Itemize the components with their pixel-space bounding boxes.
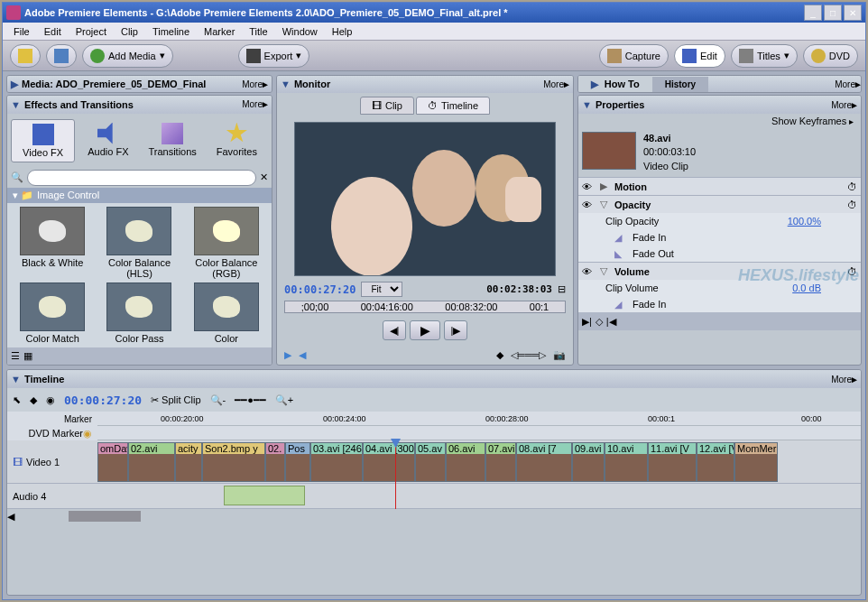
monitor-viewport[interactable] — [294, 122, 556, 276]
marker-icon[interactable]: ◆ — [496, 349, 503, 361]
fx-item[interactable]: Color Balance (HLS) — [97, 207, 180, 279]
minimize-button[interactable]: _ — [804, 5, 822, 21]
timeline-clip[interactable]: 04.avi [300% — [363, 442, 415, 482]
timeline-clip[interactable]: 09.avi — [572, 442, 605, 482]
collapse-icon[interactable]: ▼ — [582, 99, 592, 110]
zoom-fit-select[interactable]: Fit — [361, 282, 402, 297]
prev-kf-icon[interactable]: ▶| — [582, 316, 592, 328]
fx-cat-video[interactable]: Video FX — [11, 119, 75, 162]
menu-window[interactable]: Window — [275, 24, 325, 39]
eye-icon[interactable]: 👁 — [582, 266, 595, 277]
eye-icon[interactable]: 👁 — [582, 199, 595, 210]
howto-more-button[interactable]: More — [835, 79, 855, 89]
next-kf-icon[interactable]: |◀ — [606, 316, 616, 328]
split-clip-button[interactable]: ✂Split Clip — [151, 394, 200, 406]
scroll-left-icon[interactable]: ◀ — [7, 511, 14, 523]
timeline-clip[interactable]: 05.av — [415, 442, 446, 482]
dvd-button[interactable]: DVD — [803, 44, 858, 68]
add-media-button[interactable]: Add Media ▾ — [82, 44, 173, 68]
add-kf-icon[interactable]: ◇ — [596, 316, 603, 328]
menu-timeline[interactable]: Timeline — [145, 24, 197, 39]
fx-more-button[interactable]: More — [242, 99, 263, 109]
menu-clip[interactable]: Clip — [114, 24, 145, 39]
audio-track[interactable] — [97, 484, 861, 509]
audio-clip[interactable] — [224, 486, 305, 505]
collapse-icon[interactable]: ▼ — [11, 374, 21, 384]
prop-motion[interactable]: 👁▶ Motion ⏱ — [578, 177, 861, 195]
menu-file[interactable]: File — [6, 24, 37, 39]
edit-mode-button[interactable]: Edit — [674, 44, 725, 68]
timeline-clip[interactable]: 06.avi — [446, 442, 485, 482]
video-track-header[interactable]: 🎞 Video 1 — [7, 440, 97, 484]
media-panel-header[interactable]: ▶ Media: ADO_Premiere_05_DEMO_Final More… — [7, 76, 272, 92]
menu-marker[interactable]: Marker — [197, 24, 242, 39]
timeline-ruler[interactable]: 00:00:20:00 00:00:24:00 00:00:28:00 00:0… — [97, 412, 861, 440]
capture-button[interactable]: Capture — [599, 44, 669, 68]
timeline-clip[interactable]: 03.avi [246.2 — [310, 442, 363, 482]
video-track[interactable]: omDav02.aviacitySon2.bmp y02.Pos03.avi [… — [97, 440, 861, 484]
fade-in-button[interactable]: ◢Fade In — [578, 229, 861, 245]
selection-tool-icon[interactable]: ⬉ — [13, 394, 21, 406]
fx-folder-row[interactable]: ▾ 📁Image Control — [7, 188, 272, 203]
timeline-scrollbar[interactable]: ◀ — [7, 509, 861, 523]
vol-fade-in-button[interactable]: ◢Fade In — [578, 296, 861, 312]
playhead[interactable] — [395, 440, 396, 509]
shuttle-slider[interactable]: ◁═══▷ — [511, 349, 546, 361]
stopwatch-icon[interactable]: ⏱ — [847, 181, 857, 192]
fx-item[interactable]: Color Match — [11, 282, 94, 344]
zoom-out-icon[interactable]: 🔍- — [210, 394, 226, 406]
menu-edit[interactable]: Edit — [37, 24, 69, 39]
timeline-clip[interactable]: MomMeri — [734, 442, 778, 482]
timeline-clip[interactable]: Pos — [285, 442, 310, 482]
in-point-icon[interactable]: ▶ — [284, 349, 291, 361]
fade-out-button[interactable]: ◣Fade Out — [578, 245, 861, 262]
open-button[interactable] — [10, 44, 41, 68]
step-forward-button[interactable]: |▶ — [444, 320, 467, 340]
timeline-clip[interactable]: Son2.bmp y — [202, 442, 265, 482]
fx-item[interactable]: Color Pass — [97, 282, 180, 344]
tab-history[interactable]: History — [652, 77, 708, 92]
show-keyframes-button[interactable]: Show Keyframes ▸ — [578, 114, 861, 128]
monitor-timecode[interactable]: 00:00:27:20 — [284, 283, 356, 296]
stopwatch-icon[interactable]: ⏱ — [847, 199, 857, 210]
maximize-button[interactable]: □ — [824, 5, 842, 21]
fx-cat-transitions[interactable]: Transitions — [142, 119, 204, 162]
close-button[interactable]: ✕ — [844, 5, 862, 21]
eye-icon[interactable]: 👁 — [582, 181, 595, 192]
fx-item[interactable]: Color — [185, 282, 268, 344]
monitor-more-button[interactable]: More — [543, 79, 564, 89]
out-point-icon[interactable]: ◀ — [299, 349, 306, 361]
media-more-button[interactable]: More — [242, 79, 263, 89]
fx-cat-audio[interactable]: Audio FX — [77, 119, 139, 162]
fx-cat-favorites[interactable]: Favorites — [206, 119, 268, 162]
menu-help[interactable]: Help — [325, 24, 360, 39]
zoom-in-icon[interactable]: 🔍+ — [275, 394, 293, 406]
collapse-icon[interactable]: ▼ — [281, 79, 291, 89]
props-more-button[interactable]: More — [831, 100, 852, 110]
clear-search-icon[interactable]: ✕ — [260, 171, 268, 183]
fx-search-input[interactable] — [27, 170, 256, 186]
timeline-clip[interactable]: 11.avi [V — [648, 442, 697, 482]
timeline-more-button[interactable]: More — [831, 375, 852, 384]
play-button[interactable]: ▶ — [410, 320, 440, 340]
opacity-value[interactable]: 100.0% — [788, 216, 821, 227]
timeline-clip[interactable]: acity — [175, 442, 202, 482]
dvd-marker-tool-icon[interactable]: ◉ — [46, 394, 55, 406]
monitor-tab-timeline[interactable]: ⏱Timeline — [416, 97, 490, 115]
timeline-clip[interactable]: omDav — [97, 442, 128, 482]
timeline-clip[interactable]: 12.avi [V — [697, 442, 734, 482]
marker-tool-icon[interactable]: ◆ — [30, 394, 37, 406]
timeline-clip[interactable]: 07.avi — [485, 442, 516, 482]
step-back-button[interactable]: ◀| — [383, 320, 406, 340]
prop-opacity[interactable]: 👁▽ Opacity ⏱ — [578, 195, 861, 213]
menu-project[interactable]: Project — [69, 24, 114, 39]
monitor-tab-clip[interactable]: 🎞Clip — [360, 97, 414, 115]
monitor-ruler[interactable]: ;00;00 00:04:16:00 00:08:32:00 00:1 — [284, 301, 566, 313]
timeline-clip[interactable]: 08.avi [7 — [516, 442, 572, 482]
timeline-timecode[interactable]: 00:00:27:20 — [64, 394, 142, 407]
titles-button[interactable]: Titles ▾ — [731, 44, 798, 68]
export-button[interactable]: Export ▾ — [238, 44, 310, 68]
menu-title[interactable]: Title — [242, 24, 274, 39]
grid-view-icon[interactable]: ▦ — [23, 350, 32, 362]
fx-item[interactable]: Color Balance (RGB) — [185, 207, 268, 279]
